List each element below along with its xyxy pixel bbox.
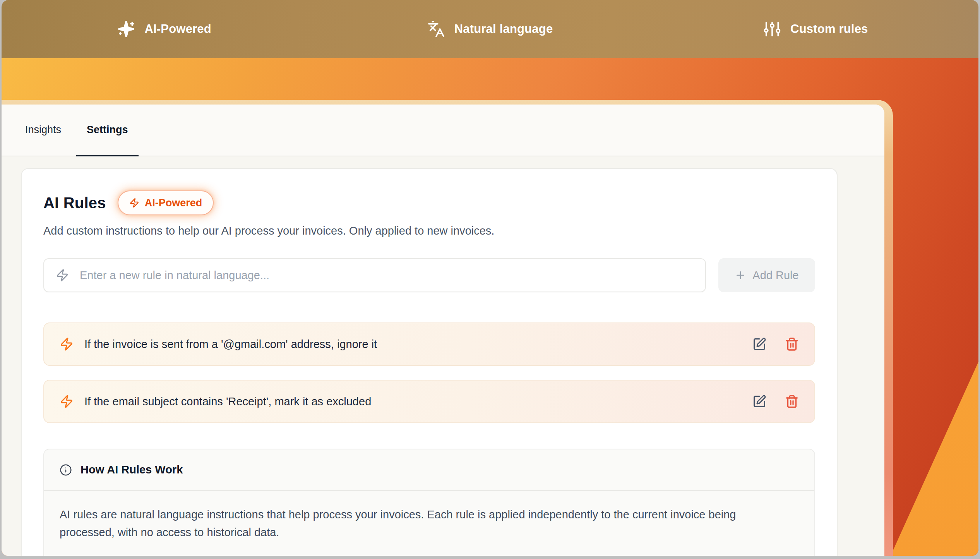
- badge-label: AI-Powered: [145, 197, 202, 209]
- zap-icon: [56, 269, 69, 282]
- tab-bar: Insights Settings: [2, 105, 884, 156]
- app-window-frame: Insights Settings AI Rules AI-Powe: [2, 100, 893, 556]
- zap-icon: [60, 337, 74, 351]
- delete-rule-button[interactable]: [785, 337, 799, 351]
- card-description: Add custom instructions to help our AI p…: [43, 225, 815, 237]
- zap-icon: [129, 198, 139, 208]
- new-rule-input[interactable]: [79, 269, 694, 282]
- ai-powered-badge: AI-Powered: [118, 190, 214, 215]
- tab-insights[interactable]: Insights: [15, 105, 72, 157]
- info-box-header: How AI Rules Work: [44, 449, 814, 490]
- sliders-icon: [763, 20, 781, 38]
- translate-icon: [427, 20, 445, 38]
- rule-text: If the email subject contains 'Receipt',…: [84, 395, 371, 408]
- rule-actions: [752, 394, 799, 408]
- edit-rule-button[interactable]: [752, 394, 766, 408]
- edit-icon: [752, 337, 766, 351]
- delete-rule-button[interactable]: [785, 394, 799, 408]
- banner-label: AI-Powered: [144, 22, 211, 36]
- rules-list: If the invoice is sent from a '@gmail.co…: [43, 322, 815, 423]
- add-rule-button[interactable]: Add Rule: [718, 258, 815, 292]
- trash-icon: [785, 394, 799, 408]
- edit-icon: [752, 394, 766, 408]
- feature-banner: AI-Powered Natural language Custom rules: [2, 0, 978, 58]
- info-box-title: How AI Rules Work: [81, 463, 183, 476]
- add-rule-label: Add Rule: [752, 269, 798, 282]
- trash-icon: [785, 337, 799, 351]
- page-title: AI Rules: [43, 194, 106, 212]
- new-rule-input-wrapper: [43, 258, 706, 292]
- tab-settings-label: Settings: [87, 124, 128, 136]
- screen: AI-Powered Natural language Custom rules: [2, 0, 978, 556]
- rule-row: If the invoice is sent from a '@gmail.co…: [43, 322, 815, 366]
- banner-label: Custom rules: [790, 22, 868, 36]
- how-rules-work-box: How AI Rules Work AI rules are natural l…: [43, 449, 815, 556]
- info-icon: [60, 464, 72, 476]
- tab-settings[interactable]: Settings: [76, 105, 139, 157]
- card-header: AI Rules AI-Powered: [43, 190, 815, 215]
- zap-icon: [60, 394, 74, 408]
- banner-label: Natural language: [454, 22, 553, 36]
- app-window: Insights Settings AI Rules AI-Powe: [2, 105, 884, 556]
- edit-rule-button[interactable]: [752, 337, 766, 351]
- rule-row: If the email subject contains 'Receipt',…: [43, 380, 815, 423]
- rule-actions: [752, 337, 799, 351]
- ai-rules-card: AI Rules AI-Powered Add custom instructi…: [21, 168, 838, 556]
- info-box-body: AI rules are natural language instructio…: [44, 491, 814, 556]
- banner-item-ai-powered: AI-Powered: [2, 20, 327, 38]
- new-rule-row: Add Rule: [43, 258, 815, 292]
- settings-content: AI Rules AI-Powered Add custom instructi…: [2, 156, 884, 556]
- tab-insights-label: Insights: [25, 124, 61, 136]
- banner-item-custom-rules: Custom rules: [653, 20, 978, 38]
- rule-text: If the invoice is sent from a '@gmail.co…: [84, 338, 377, 351]
- banner-item-natural-language: Natural language: [327, 20, 653, 38]
- plus-icon: [735, 269, 746, 281]
- sparkles-icon: [117, 20, 135, 38]
